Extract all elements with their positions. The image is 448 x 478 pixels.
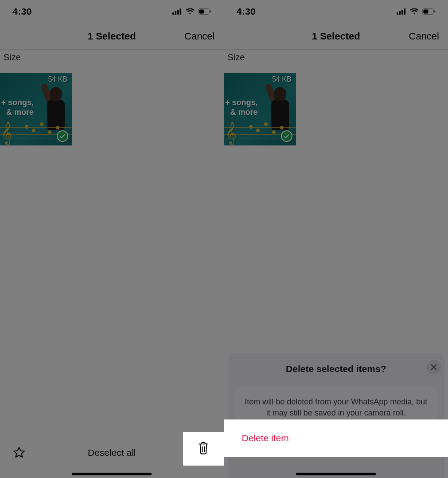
delete-item-button[interactable]: Delete item [232, 424, 440, 452]
nav-title: 1 Selected [312, 31, 360, 42]
deselect-all-button[interactable]: Deselect all [88, 447, 136, 458]
thumbnail-text: + songs,& more [0, 98, 34, 117]
svg-rect-6 [210, 11, 211, 13]
status-bar: 4:30 [0, 0, 224, 23]
sheet-title: Delete selected items? [228, 353, 445, 382]
svg-rect-8 [399, 11, 401, 15]
screenshot-left: 4:30 1 Selected Cancel Size + songs,& mo… [0, 0, 224, 478]
nav-title: 1 Selected [88, 31, 136, 42]
home-indicator [296, 473, 376, 475]
trash-button[interactable] [197, 441, 210, 457]
section-header-size: Size [228, 52, 245, 63]
cancel-button[interactable]: Cancel [184, 31, 214, 42]
cellular-icon [397, 8, 406, 15]
status-time: 4:30 [237, 6, 256, 17]
svg-rect-10 [404, 8, 406, 15]
svg-rect-12 [424, 10, 429, 14]
status-time: 4:30 [12, 6, 32, 17]
battery-icon [422, 8, 436, 15]
home-indicator [72, 473, 152, 475]
sheet-close-button[interactable] [427, 360, 441, 374]
star-button[interactable] [12, 446, 26, 459]
trash-icon [197, 441, 210, 455]
section-header-size: Size [4, 52, 21, 63]
svg-rect-3 [179, 8, 181, 15]
selected-check-icon [57, 130, 68, 142]
battery-icon [198, 8, 211, 15]
status-icons [172, 8, 211, 15]
nav-bar: 1 Selected Cancel [0, 23, 224, 50]
dim-overlay [0, 0, 224, 478]
screenshot-right: 4:30 1 Selected Cancel Size + songs,& mo… [224, 0, 448, 478]
thumbnail-size-badge: 54 KB [272, 75, 292, 83]
svg-rect-13 [434, 11, 436, 13]
thumbnail-text: + songs,& more [224, 98, 258, 117]
cancel-button[interactable]: Cancel [409, 31, 439, 42]
media-thumbnail[interactable]: + songs,& more 𝄞 54 KB [0, 73, 72, 145]
svg-rect-5 [199, 10, 204, 14]
action-sheet: Delete selected items? Item will be dele… [224, 353, 448, 478]
svg-rect-1 [175, 11, 176, 15]
trash-button-highlight [183, 432, 224, 466]
svg-rect-2 [177, 10, 179, 15]
wifi-icon [410, 8, 419, 15]
cellular-icon [172, 8, 182, 15]
svg-rect-0 [172, 12, 174, 15]
wifi-icon [186, 8, 195, 15]
media-thumbnail[interactable]: + songs,& more 𝄞 54 KB [224, 73, 296, 145]
delete-row-highlight: Delete item [224, 419, 448, 457]
close-icon [430, 364, 437, 371]
selected-check-icon [281, 130, 292, 142]
status-bar: 4:30 [224, 0, 448, 23]
svg-rect-7 [397, 12, 398, 15]
nav-bar: 1 Selected Cancel [224, 23, 448, 50]
svg-rect-9 [401, 10, 403, 15]
status-icons [397, 8, 436, 15]
thumbnail-size-badge: 54 KB [48, 75, 67, 83]
